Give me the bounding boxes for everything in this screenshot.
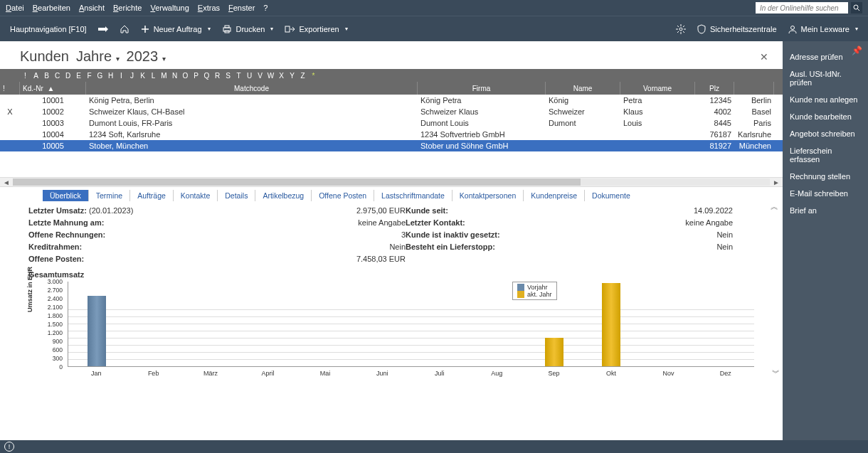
mein-lexware-button[interactable]: Mein Lexware▾: [788, 25, 858, 33]
filter-Q[interactable]: Q: [201, 72, 212, 80]
filter-Z[interactable]: Z: [297, 72, 308, 80]
filter-H[interactable]: H: [105, 72, 116, 80]
filter-![interactable]: !: [20, 72, 31, 80]
help-search-button[interactable]: [851, 2, 862, 14]
menubar: DateiBearbeitenAnsichtBerichteVerwaltung…: [0, 0, 868, 16]
menu-extras[interactable]: Extras: [198, 4, 220, 12]
menu-fenster[interactable]: Fenster: [228, 4, 255, 12]
tab-details[interactable]: Details: [217, 190, 255, 201]
filter-J[interactable]: J: [127, 72, 137, 80]
action-lieferschein-erfassen[interactable]: Lieferschein erfassen: [783, 142, 868, 168]
filter-A[interactable]: A: [31, 72, 41, 80]
filter-K[interactable]: K: [137, 72, 148, 80]
col-matchcode[interactable]: Matchcode: [86, 82, 418, 95]
page-title-jahre[interactable]: Jahre ▾: [76, 48, 120, 65]
table-row[interactable]: 100041234 Soft, Karlsruhe1234 Softvertri…: [0, 129, 783, 140]
svg-line-1: [858, 9, 860, 11]
menu-bearbeiten[interactable]: Bearbeiten: [33, 4, 70, 12]
filter-G[interactable]: G: [95, 72, 105, 80]
filter-Y[interactable]: Y: [287, 72, 297, 80]
user-icon: [788, 25, 797, 33]
scroll-up-icon[interactable]: ︽: [771, 201, 778, 212]
tab-kontakte[interactable]: Kontakte: [173, 190, 217, 201]
filter-B[interactable]: B: [41, 72, 52, 80]
action-brief-an[interactable]: Brief an: [783, 202, 868, 219]
table-row[interactable]: 10001König Petra, BerlinKönig PetraKönig…: [0, 95, 783, 106]
filter-P[interactable]: P: [191, 72, 201, 80]
neuer-auftrag-button[interactable]: Neuer Auftrag▾: [141, 25, 211, 33]
filter-M[interactable]: M: [159, 72, 169, 80]
table-row[interactable]: 10003Dumont Louis, FR-ParisDumont LouisD…: [0, 117, 783, 129]
menu-datei[interactable]: Datei: [6, 4, 24, 12]
close-icon[interactable]: ✕: [760, 51, 768, 63]
action-e-mail-schreiben[interactable]: E-Mail schreiben: [783, 185, 868, 202]
export-icon: [285, 25, 295, 33]
tab-kontaktpersonen[interactable]: Kontaktpersonen: [452, 190, 523, 201]
hauptnavigation-button[interactable]: Hauptnavigation [F10]: [10, 25, 87, 33]
col-ort[interactable]: [734, 82, 774, 95]
help-search-input[interactable]: [756, 2, 848, 14]
filter-T[interactable]: T: [233, 72, 244, 80]
tab-kundenpreise[interactable]: Kundenpreise: [523, 190, 584, 201]
pin-toggle[interactable]: [98, 26, 108, 33]
scroll-left-icon[interactable]: ◄: [3, 178, 10, 186]
settings-button[interactable]: [676, 24, 686, 34]
statusbar: !: [0, 440, 868, 453]
filter-N[interactable]: N: [169, 72, 180, 80]
pin-icon[interactable]: 📌: [852, 46, 862, 55]
col-plz[interactable]: Plz: [695, 82, 734, 95]
col-vorname[interactable]: Vorname: [620, 82, 695, 95]
action-ausl-ust-idnr-pr-fen[interactable]: Ausl. USt-IdNr. prüfen: [783, 65, 868, 91]
filter-X[interactable]: X: [276, 72, 287, 80]
filter-*[interactable]: *: [308, 72, 319, 80]
svg-point-0: [854, 5, 858, 9]
action-kunde-neu-anlegen[interactable]: Kunde neu anlegen: [783, 91, 868, 108]
filter-I[interactable]: I: [116, 72, 127, 80]
filter-E[interactable]: E: [73, 72, 84, 80]
filter-R[interactable]: R: [212, 72, 223, 80]
action-angebot-schreiben[interactable]: Angebot schreiben: [783, 125, 868, 142]
menu-?[interactable]: ?: [263, 4, 268, 12]
action-kunde-bearbeiten[interactable]: Kunde bearbeiten: [783, 108, 868, 125]
action-rechnung-stellen[interactable]: Rechnung stellen: [783, 168, 868, 185]
menu-berichte[interactable]: Berichte: [113, 4, 142, 12]
filter-D[interactable]: D: [63, 72, 73, 80]
scroll-right-icon[interactable]: ►: [773, 178, 780, 186]
tab-termine[interactable]: Termine: [88, 190, 129, 201]
tab-dokumente[interactable]: Dokumente: [584, 190, 637, 201]
menu-verwaltung[interactable]: Verwaltung: [150, 4, 189, 12]
home-button[interactable]: [120, 24, 129, 34]
tab-aufträge[interactable]: Aufträge: [129, 190, 173, 201]
filter-V[interactable]: V: [255, 72, 265, 80]
page-title-year[interactable]: 2023 ▾: [127, 48, 166, 65]
filter-C[interactable]: C: [52, 72, 63, 80]
filter-O[interactable]: O: [180, 72, 191, 80]
table-h-scrollbar[interactable]: ◄ ►: [0, 177, 783, 187]
filter-F[interactable]: F: [84, 72, 95, 80]
scroll-down-icon[interactable]: ︾: [772, 368, 780, 378]
filter-S[interactable]: S: [223, 72, 233, 80]
col-mark[interactable]: !: [0, 82, 20, 95]
col-kdnr[interactable]: Kd.-Nr ▲: [20, 82, 86, 95]
tab-artikelbezug[interactable]: Artikelbezug: [255, 190, 311, 201]
sicherheitszentrale-button[interactable]: Sicherheitszentrale: [697, 24, 777, 34]
drucken-button[interactable]: Drucken▾: [222, 25, 274, 33]
filter-W[interactable]: W: [265, 72, 276, 80]
tab-lastschriftmandate[interactable]: Lastschriftmandate: [374, 190, 452, 201]
filter-L[interactable]: L: [148, 72, 159, 80]
col-name[interactable]: Name: [546, 82, 620, 95]
table-row[interactable]: 10005Stober, MünchenStober und Söhne Gmb…: [0, 140, 783, 151]
col-firma[interactable]: Firma: [418, 82, 546, 95]
tab-offene posten[interactable]: Offene Posten: [311, 190, 374, 201]
table-row[interactable]: X10002Schweizer Klaus, CH-BaselSchweizer…: [0, 106, 783, 117]
svg-line-19: [677, 31, 679, 33]
status-alert-icon[interactable]: !: [4, 442, 14, 452]
tab-überblick[interactable]: Überblick: [43, 190, 88, 201]
svg-rect-7: [225, 26, 229, 28]
exportieren-button[interactable]: Exportieren▾: [285, 25, 347, 33]
filter-U[interactable]: U: [244, 72, 255, 80]
chart-panel: Gesamtumsatz Vorjahr akt. Jahr Umsatz in…: [0, 267, 783, 381]
chart-title: Gesamtumsatz: [28, 270, 754, 279]
xtick: Juni: [354, 368, 411, 381]
menu-ansicht[interactable]: Ansicht: [79, 4, 105, 12]
